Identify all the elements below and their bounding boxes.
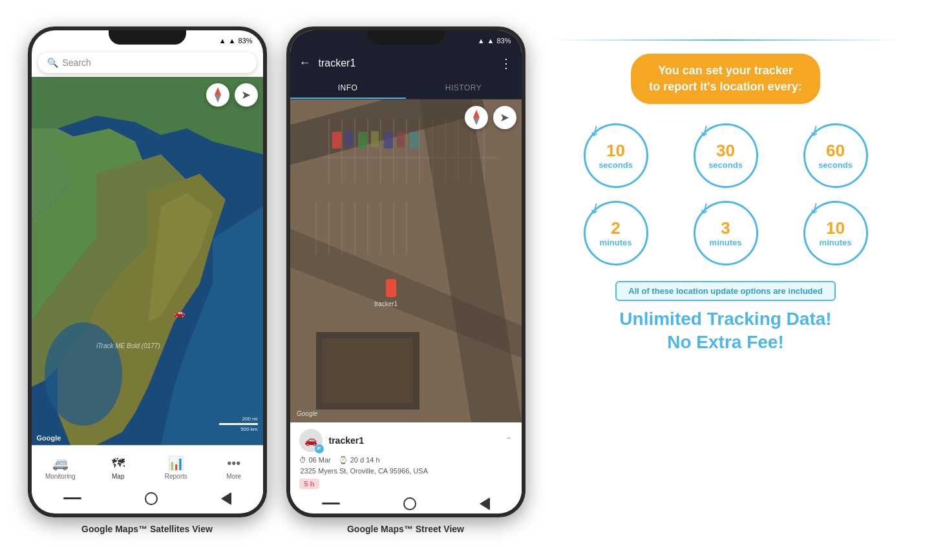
nav-reports[interactable]: 📊 Reports	[147, 455, 206, 480]
wifi-icon: ▲	[229, 37, 236, 45]
search-bar[interactable]: 🔍 Search	[38, 52, 257, 73]
info-tracker-name: tracker1	[329, 435, 365, 446]
search-placeholder: Search	[63, 57, 91, 68]
map-label: Map	[112, 473, 124, 480]
main-container: ▲ ▲ 83% 🔍 Search	[0, 14, 934, 547]
sys-btn-recent[interactable]	[63, 497, 81, 499]
svg-point-1	[45, 322, 122, 426]
satellite-map-svg: 🚗 iTrack ME Bold (0177)	[32, 77, 263, 445]
clock-icon: ⏱	[299, 456, 306, 464]
scale-text-1: 200 mi	[242, 416, 257, 422]
monitoring-icon: 🚐	[52, 455, 69, 471]
svg-rect-31	[332, 132, 341, 149]
sys-btn-back[interactable]	[221, 492, 231, 505]
interval-60s: ↙ 60 seconds	[791, 123, 881, 188]
scale-bar: 200 mi 500 km	[219, 416, 258, 432]
sys-btn-home[interactable]	[145, 492, 158, 505]
circle-10m: ↙ 10 minutes	[803, 201, 868, 265]
promo-banner: You can set your tracker to report it's …	[631, 54, 820, 104]
svg-rect-34	[371, 131, 379, 147]
phone1-status-right: ▲ ▲ 83%	[219, 37, 253, 45]
app-title: tracker1	[319, 57, 492, 69]
phone2-caption: Google Maps™ Street View	[347, 524, 464, 534]
phone1-mockup: ▲ ▲ 83% 🔍 Search	[28, 26, 267, 517]
monitoring-label: Monitoring	[45, 473, 76, 480]
circle-10s: ↙ 10 seconds	[584, 123, 648, 188]
search-icon: 🔍	[47, 57, 58, 68]
phone2-status-right: ▲ ▲ 83%	[478, 37, 511, 45]
street-map[interactable]: tracker1 Google ➤	[290, 99, 522, 422]
phones-row: ▲ ▲ 83% 🔍 Search	[28, 26, 525, 534]
tab-info[interactable]: INFO	[290, 78, 406, 99]
phone2-compass[interactable]	[465, 106, 488, 129]
phone1-notch	[109, 30, 186, 45]
info-details: ⏱ 06 Mar ⌚ 20 d 14 h	[299, 456, 513, 464]
phone1-caption: Google Maps™ Satellites View	[81, 524, 213, 534]
phone2-signal: ▲	[478, 37, 485, 45]
circle-num-10m: 10	[820, 219, 852, 238]
circle-unit-10m: minutes	[820, 238, 852, 247]
location-button[interactable]: ➤	[235, 83, 258, 107]
circle-unit-30s: seconds	[708, 160, 743, 170]
phone2-screen: ▲ ▲ 83% ← tracker1 ⋮	[290, 30, 522, 513]
promo-text: You can set your tracker to report it's …	[649, 63, 801, 95]
circle-unit-2m: minutes	[600, 238, 632, 247]
svg-rect-30	[323, 338, 413, 403]
sys2-recent[interactable]	[322, 503, 340, 504]
google-watermark: Google	[37, 434, 61, 442]
nav-more[interactable]: ••• More	[205, 456, 263, 480]
nav-monitoring[interactable]: 🚐 Monitoring	[32, 455, 90, 480]
satellite-map[interactable]: 🚗 iTrack ME Bold (0177)	[32, 77, 263, 445]
circle-unit-10s: seconds	[599, 160, 633, 170]
more-icon: •••	[227, 456, 240, 471]
unlimited-line1: Unlimited Tracking Data!	[551, 307, 900, 331]
phone2-mockup: ▲ ▲ 83% ← tracker1 ⋮	[286, 26, 525, 517]
svg-rect-33	[358, 132, 367, 149]
svg-rect-35	[384, 132, 393, 149]
compass-button[interactable]	[206, 83, 229, 107]
circle-text-3m: 3 minutes	[710, 219, 742, 247]
system-nav-2	[290, 495, 522, 513]
nav-map[interactable]: 🗺 Map	[89, 456, 147, 480]
circle-60s: ↙ 60 seconds	[803, 123, 868, 188]
interval-30s: ↙ 30 seconds	[681, 123, 771, 188]
svg-rect-36	[397, 131, 405, 147]
menu-button[interactable]: ⋮	[500, 56, 513, 71]
scale-line	[219, 423, 258, 425]
circle-text-10s: 10 seconds	[599, 141, 633, 170]
circle-text-2m: 2 minutes	[600, 219, 632, 247]
unlimited-line2: No Extra Fee!	[551, 331, 900, 354]
back-button[interactable]: ←	[299, 56, 311, 70]
info-section: You can set your tracker to report it's …	[545, 26, 907, 361]
svg-rect-38	[386, 279, 396, 297]
location-icon: ➤	[241, 88, 251, 102]
circle-num-60s: 60	[818, 141, 853, 160]
circle-unit-60s: seconds	[818, 160, 853, 170]
circle-3m: ↙ 3 minutes	[694, 201, 758, 265]
svg-rect-32	[345, 130, 353, 146]
circle-2m: ↙ 2 minutes	[584, 201, 648, 265]
circle-text-60s: 60 seconds	[818, 141, 853, 170]
phone2-wrapper: ▲ ▲ 83% ← tracker1 ⋮	[286, 26, 525, 534]
circle-num-10s: 10	[599, 141, 633, 160]
circle-unit-3m: minutes	[710, 238, 742, 247]
tab-history[interactable]: HISTORY	[406, 78, 522, 99]
svg-text:iTrack ME Bold (0177): iTrack ME Bold (0177)	[96, 342, 160, 349]
sys2-back[interactable]	[480, 497, 490, 510]
info-card-header: 🚗 P tracker1 ⌃	[299, 429, 513, 452]
circle-text-10m: 10 minutes	[820, 219, 852, 247]
svg-text:Google: Google	[297, 410, 318, 417]
sys2-home[interactable]	[403, 497, 416, 510]
system-nav-1	[32, 490, 263, 510]
tab-bar: INFO HISTORY	[290, 78, 522, 99]
detail-duration: ⌚ 20 d 14 h	[339, 456, 380, 464]
battery-label: 83%	[238, 37, 252, 45]
app-bar: ← tracker1 ⋮	[290, 48, 522, 78]
circle-num-2m: 2	[600, 219, 632, 238]
phone2-location-btn[interactable]: ➤	[493, 106, 516, 129]
info-chevron: ⌃	[505, 435, 513, 446]
detail-date: ⏱ 06 Mar	[299, 456, 331, 464]
unlimited-banner: All of these location update options are…	[551, 281, 900, 355]
phone2-battery: 83%	[496, 37, 511, 45]
svg-text:tracker1: tracker1	[374, 300, 398, 307]
